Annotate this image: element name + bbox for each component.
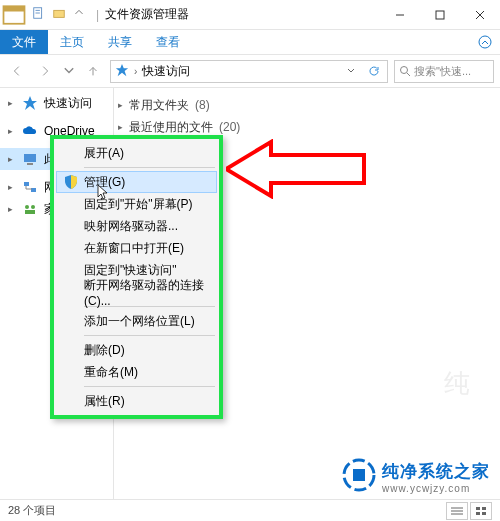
svg-marker-22 — [226, 142, 364, 196]
expander-icon[interactable]: ▸ — [8, 126, 16, 136]
context-menu: 展开(A) 管理(G) 固定到"开始"屏幕(P) 映射网络驱动器... 在新窗口… — [50, 135, 223, 419]
maximize-button[interactable] — [420, 0, 460, 30]
ctx-disconnect-drive[interactable]: 断开网络驱动器的连接(C)... — [56, 281, 217, 303]
svg-point-10 — [479, 36, 491, 48]
sidebar-item-quick-access[interactable]: ▸ 快速访问 — [0, 92, 113, 114]
qat-customize-icon[interactable] — [72, 6, 86, 23]
watermark: 纯净系统之家 www.ycwjzy.com — [342, 458, 490, 495]
group-count: (8) — [195, 98, 210, 112]
sidebar-item-label: 快速访问 — [44, 95, 92, 112]
tab-share[interactable]: 共享 — [96, 30, 144, 54]
ctx-label: 断开网络驱动器的连接(C)... — [84, 277, 217, 308]
minimize-button[interactable] — [380, 0, 420, 30]
ribbon-tabs: 文件 主页 共享 查看 — [0, 30, 500, 55]
svg-rect-15 — [24, 154, 36, 162]
quick-access-toolbar — [28, 6, 90, 23]
title-bar: | 文件资源管理器 — [0, 0, 500, 30]
expander-icon[interactable]: ▸ — [118, 122, 123, 132]
window-title: 文件资源管理器 — [105, 6, 189, 23]
network-icon — [22, 179, 38, 195]
svg-rect-7 — [436, 11, 444, 19]
expander-icon[interactable]: ▸ — [8, 182, 16, 192]
ctx-manage[interactable]: 管理(G) — [56, 171, 217, 193]
title-separator: | — [96, 8, 99, 22]
watermark-title: 纯净系统之家 — [382, 460, 490, 483]
tab-view[interactable]: 查看 — [144, 30, 192, 54]
expander-icon[interactable]: ▸ — [118, 100, 123, 110]
group-count: (20) — [219, 120, 240, 134]
svg-rect-1 — [4, 6, 25, 11]
svg-rect-24 — [353, 469, 365, 481]
ctx-label: 在新窗口中打开(E) — [84, 240, 184, 257]
refresh-button[interactable] — [365, 65, 383, 77]
search-placeholder: 搜索"快速... — [414, 64, 471, 79]
breadcrumb-chevron-icon[interactable]: › — [134, 66, 137, 77]
svg-rect-28 — [476, 507, 480, 510]
ctx-pin-start[interactable]: 固定到"开始"屏幕(P) — [56, 193, 217, 215]
close-button[interactable] — [460, 0, 500, 30]
details-view-button[interactable] — [446, 502, 468, 520]
svg-rect-17 — [24, 182, 29, 186]
pc-icon — [22, 151, 38, 167]
group-label: 最近使用的文件 — [129, 119, 213, 136]
group-label: 常用文件夹 — [129, 97, 189, 114]
background-stamp: 纯 — [444, 366, 470, 401]
nav-up-button[interactable] — [82, 60, 104, 82]
navigation-bar: › 快速访问 搜索"快速... — [0, 55, 500, 88]
nav-forward-button[interactable] — [34, 60, 56, 82]
svg-rect-16 — [27, 163, 33, 165]
ctx-delete[interactable]: 删除(D) — [56, 339, 217, 361]
watermark-url: www.ycwjzy.com — [382, 483, 490, 494]
svg-rect-21 — [25, 210, 35, 214]
cloud-icon — [22, 123, 38, 139]
search-input[interactable]: 搜索"快速... — [394, 60, 494, 83]
thumbnails-view-button[interactable] — [470, 502, 492, 520]
ribbon-help-button[interactable] — [470, 30, 500, 54]
group-frequent-folders[interactable]: ▸ 常用文件夹 (8) — [118, 94, 496, 116]
homegroup-icon — [22, 201, 38, 217]
nav-back-button[interactable] — [6, 60, 28, 82]
new-folder-icon[interactable] — [52, 6, 66, 23]
ctx-properties[interactable]: 属性(R) — [56, 390, 217, 412]
tab-view-label: 查看 — [156, 34, 180, 51]
svg-line-13 — [407, 73, 410, 76]
svg-point-12 — [401, 67, 408, 74]
ctx-open-new-window[interactable]: 在新窗口中打开(E) — [56, 237, 217, 259]
address-bar[interactable]: › 快速访问 — [110, 60, 388, 83]
nav-history-button[interactable] — [62, 60, 76, 82]
tab-file[interactable]: 文件 — [0, 30, 48, 54]
tab-home[interactable]: 主页 — [48, 30, 96, 54]
watermark-logo-icon — [342, 458, 376, 495]
star-icon — [22, 95, 38, 111]
properties-icon[interactable] — [32, 6, 46, 23]
ctx-expand[interactable]: 展开(A) — [56, 142, 217, 164]
ctx-separator — [84, 167, 215, 168]
svg-point-20 — [31, 205, 35, 209]
ctx-map-drive[interactable]: 映射网络驱动器... — [56, 215, 217, 237]
ctx-label: 映射网络驱动器... — [84, 218, 178, 235]
address-dropdown-button[interactable] — [342, 66, 360, 76]
ctx-label: 添加一个网络位置(L) — [84, 313, 195, 330]
ctx-label: 展开(A) — [84, 145, 124, 162]
tab-file-label: 文件 — [12, 34, 36, 51]
expander-icon[interactable]: ▸ — [8, 98, 16, 108]
ctx-label: 重命名(M) — [84, 364, 138, 381]
tab-share-label: 共享 — [108, 34, 132, 51]
svg-marker-11 — [116, 63, 128, 75]
ctx-rename[interactable]: 重命名(M) — [56, 361, 217, 383]
svg-rect-5 — [54, 10, 65, 17]
expander-icon[interactable]: ▸ — [8, 154, 16, 164]
svg-rect-31 — [482, 512, 486, 515]
ctx-add-network-location[interactable]: 添加一个网络位置(L) — [56, 310, 217, 332]
svg-marker-14 — [23, 96, 37, 110]
svg-rect-30 — [476, 512, 480, 515]
ctx-separator — [84, 386, 215, 387]
svg-rect-29 — [482, 507, 486, 510]
svg-point-19 — [25, 205, 29, 209]
system-menu-icon[interactable] — [0, 1, 28, 29]
expander-icon[interactable]: ▸ — [8, 204, 16, 214]
shield-icon — [63, 174, 79, 190]
ctx-label: 属性(R) — [84, 393, 125, 410]
address-location: 快速访问 — [142, 63, 190, 80]
tab-home-label: 主页 — [60, 34, 84, 51]
